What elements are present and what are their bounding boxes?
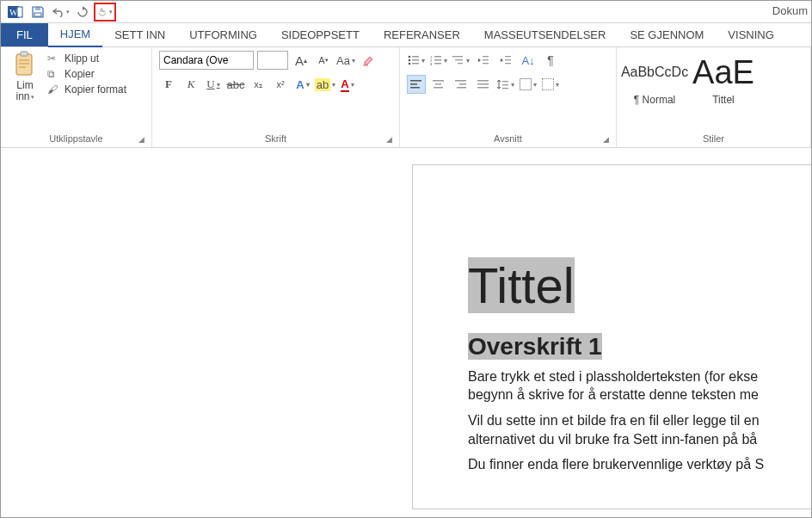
format-painter-button[interactable]: 🖌Kopier format [47,83,126,96]
svg-rect-22 [452,56,463,57]
svg-rect-39 [457,87,466,89]
doc-paragraph-2[interactable]: Vil du sette inn et bilde fra en fil ell… [468,411,811,448]
align-right-button[interactable] [452,75,471,94]
ribbon: Lim inn ✂Klipp ut ⧉Kopier 🖌Kopier format… [1,47,811,148]
tab-hjem[interactable]: HJEM [48,22,102,47]
tab-file[interactable]: FIL [1,23,48,46]
change-case-button[interactable]: Aa [336,51,355,70]
line-spacing-button[interactable] [496,75,515,94]
show-hide-marks-button[interactable]: ¶ [541,51,560,70]
tab-sideoppsett[interactable]: SIDEOPPSETT [269,23,372,46]
tab-visning[interactable]: VISNING [716,23,785,46]
bold-button[interactable]: F [159,75,178,94]
group-font: A▴ A▾ Aa F K U abc x₂ x² A ab A Skrift◢ [152,47,400,147]
font-size-combo[interactable] [257,51,288,70]
paste-button[interactable]: Lim inn [8,51,42,102]
svg-rect-24 [458,63,463,64]
title-bar: W Dokum [1,1,811,23]
font-dialog-launcher[interactable]: ◢ [386,135,392,144]
svg-rect-11 [412,56,419,58]
svg-rect-36 [434,87,443,89]
tab-masseutsendelser[interactable]: MASSEUTSENDELSER [472,23,618,46]
format-painter-label: Kopier format [65,83,126,96]
svg-rect-45 [502,88,508,89]
svg-rect-28 [505,56,511,57]
doc-paragraph-3[interactable]: Du finner enda flere brukervennlige verk… [468,455,811,474]
tab-sett-inn[interactable]: SETT INN [102,23,177,46]
underline-button[interactable]: U [204,75,223,94]
strikethrough-button[interactable]: abc [226,75,245,94]
save-icon[interactable] [27,3,49,22]
svg-point-12 [409,59,411,62]
group-paragraph: 123 A↓ ¶ Avsnitt◢ [400,47,617,147]
group-styles: AaBbCcDc ¶ Normal AaE Tittel Stiler [617,47,811,147]
cut-button[interactable]: ✂Klipp ut [47,52,126,65]
shading-button[interactable] [519,75,538,94]
text-effects-button[interactable]: A [293,75,312,94]
clipboard-icon [13,51,37,78]
svg-rect-19 [434,59,441,61]
superscript-button[interactable]: x² [271,75,290,94]
brush-icon: 🖌 [47,83,61,96]
copy-label: Kopier [65,68,95,80]
style-normal[interactable]: AaBbCcDc ¶ Normal [624,51,686,106]
ribbon-tabs: FIL HJEM SETT INN UTFORMING SIDEOPPSETT … [1,23,811,47]
tab-utforming[interactable]: UTFORMING [177,23,269,46]
cut-label: Klipp ut [65,52,99,65]
redo-icon[interactable] [71,3,94,22]
italic-button[interactable]: K [181,75,200,94]
svg-rect-25 [483,56,489,57]
doc-title[interactable]: Tittel [468,260,811,312]
svg-rect-40 [477,80,489,82]
doc-paragraph-1[interactable]: Bare trykk et sted i plassholderteksten … [468,367,811,404]
paragraph-dialog-launcher[interactable]: ◢ [603,135,609,144]
paste-label: Lim inn [8,80,42,102]
clear-formatting-button[interactable] [359,51,378,70]
copy-button[interactable]: ⧉Kopier [47,68,126,80]
tab-se-gjennom[interactable]: SE GJENNOM [618,23,716,46]
style-tittel[interactable]: AaE Tittel [692,51,754,106]
document-canvas[interactable]: Tittel Overskrift 1 Bare trykk et sted i… [1,149,811,517]
svg-rect-3 [35,7,40,10]
multilevel-list-button[interactable] [452,51,471,70]
bullets-button[interactable] [407,51,426,70]
svg-rect-7 [19,59,29,61]
group-clipboard: Lim inn ✂Klipp ut ⧉Kopier 🖌Kopier format… [1,47,152,147]
tab-referanser[interactable]: REFERANSER [372,23,472,46]
svg-rect-37 [455,80,466,82]
style-tittel-label: Tittel [692,94,754,106]
align-left-button[interactable] [407,75,426,94]
svg-rect-8 [19,63,29,65]
scissors-icon: ✂ [47,52,61,65]
copy-icon: ⧉ [47,68,61,80]
svg-rect-17 [434,56,441,58]
font-color-button[interactable]: A [338,75,357,94]
svg-rect-44 [502,84,508,85]
svg-rect-23 [455,59,463,60]
svg-rect-32 [410,83,417,85]
sort-button[interactable]: A↓ [519,51,538,70]
style-normal-label: ¶ Normal [624,94,686,106]
font-group-label: Skrift◢ [159,132,392,145]
touch-mode-icon[interactable] [94,3,116,22]
increase-indent-button[interactable] [496,51,515,70]
document-name: Dokum [772,4,808,17]
shrink-font-button[interactable]: A▾ [314,51,333,70]
svg-rect-34 [433,80,444,82]
subscript-button[interactable]: x₂ [249,75,268,94]
numbering-button[interactable]: 123 [429,51,448,70]
undo-icon[interactable] [49,3,71,22]
svg-rect-27 [483,63,489,64]
justify-button[interactable] [474,75,493,94]
doc-heading-1[interactable]: Overskrift 1 [468,333,811,361]
font-name-combo[interactable] [159,51,254,70]
grow-font-button[interactable]: A▴ [292,51,311,70]
document-page[interactable]: Tittel Overskrift 1 Bare trykk et sted i… [412,164,811,509]
clipboard-dialog-launcher[interactable]: ◢ [138,135,145,144]
svg-rect-26 [483,59,489,60]
highlight-button[interactable]: ab [316,75,335,94]
svg-rect-30 [505,63,511,64]
borders-button[interactable] [541,75,560,94]
decrease-indent-button[interactable] [474,51,493,70]
align-center-button[interactable] [429,75,448,94]
